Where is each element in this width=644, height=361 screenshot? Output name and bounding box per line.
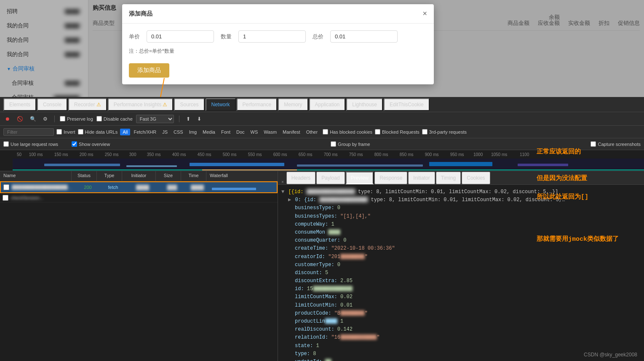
total-price-input[interactable]	[330, 30, 398, 43]
tab-preview[interactable]: Preview	[346, 172, 374, 184]
tab-elements[interactable]: Elements	[3, 98, 36, 111]
json-field-productLin: productLin████ 1	[295, 318, 641, 326]
panels-area: Name Status Type Initiator Size Time Wat…	[0, 171, 644, 361]
devtools-tabs-bar: Elements Console Recorder ⚠ Performance …	[0, 97, 644, 112]
filter-icon[interactable]: ⚙	[41, 115, 49, 123]
preview-panel: × Headers Payload Preview Response Initi…	[278, 171, 644, 361]
json-field-realDiscount: realDiscount: 0.142	[295, 326, 641, 334]
large-rows-checkbox[interactable]: Use large request rows	[3, 141, 58, 147]
filter-wasm[interactable]: Wasm	[261, 129, 279, 135]
preserve-log-checkbox[interactable]: Preserve log	[60, 116, 93, 121]
tab-console[interactable]: Console	[37, 98, 67, 111]
json-field-limitCountMax: limitCountMax: 0.02	[295, 293, 641, 301]
invert-checkbox[interactable]: Invert	[56, 129, 75, 135]
add-product-dialog: 添加商品 × 单价 数量 总价 注：总价=单价*数量 添加商品	[122, 4, 434, 84]
timeline-bar-3	[190, 163, 284, 166]
filter-css[interactable]: CSS	[171, 129, 186, 135]
capture-screenshots-checkbox[interactable]: Capture screenshots	[591, 141, 641, 147]
app-area: 招聘 ████ 我的合同 ████ 我的合同 ████ 我的合同 ████ ▼ …	[0, 0, 644, 97]
timeline-bar-1	[44, 164, 120, 166]
col-type-header: Type	[97, 171, 122, 181]
filter-manifest[interactable]: Manifest	[280, 129, 303, 135]
col-time-header: Time	[181, 171, 206, 181]
timeline-bar-5	[429, 162, 492, 166]
json-field-id: id: 15█████████████	[295, 285, 641, 293]
filter-fetch-xhr[interactable]: Fetch/XHR	[131, 129, 159, 135]
filter-input[interactable]	[3, 128, 54, 136]
throttle-select[interactable]: Fast 3G Slow 3G No throttling	[136, 115, 174, 123]
filter-other[interactable]: Other	[304, 129, 321, 135]
csdn-watermark: CSDN @sky_geek2008	[584, 352, 637, 358]
dialog-close-button[interactable]: ×	[422, 9, 427, 18]
expand-item-0[interactable]: ▶	[288, 197, 291, 203]
disable-cache-checkbox[interactable]: Disable cache	[96, 116, 133, 121]
expand-array[interactable]: ▼	[281, 189, 284, 195]
network-row-selected[interactable]: ████████████████████████████████████████…	[0, 181, 278, 193]
dialog-header: 添加商品 ×	[122, 4, 434, 24]
filter-ws[interactable]: WS	[248, 129, 261, 135]
network-list-header: Name Status Type Initiator Size Time Wat…	[0, 171, 278, 181]
tab-lighthouse[interactable]: Lighthouse	[346, 98, 383, 111]
col-waterfall-header: Waterfall	[206, 171, 278, 181]
annotation-block: 正常应该返回的 但是因为没法配置 所以此处返回为[] 那就需要用jmock类似数…	[537, 185, 619, 209]
json-field-state: state: 1	[295, 342, 641, 350]
separator	[54, 116, 55, 122]
col-name-header: Name	[0, 171, 72, 181]
filter-all[interactable]: All	[120, 129, 130, 135]
quantity-input[interactable]	[238, 30, 306, 43]
tab-headers[interactable]: Headers	[286, 172, 315, 184]
tab-performance-insights[interactable]: Performance Insights ⚠	[108, 98, 174, 111]
row-name-blurred: ████████████████████████████████████████…	[12, 185, 75, 190]
filter-js[interactable]: JS	[160, 129, 170, 135]
devtools-panel: Elements Console Recorder ⚠ Performance …	[0, 97, 644, 361]
json-field-businessTypes: businessTypes: "[1],[4],"	[295, 213, 641, 221]
export-button[interactable]: ⬇	[195, 115, 203, 123]
hide-data-urls-checkbox[interactable]: Hide data URLs	[78, 129, 118, 135]
filter-media[interactable]: Media	[200, 129, 218, 135]
network-row-2[interactable]: checkSession...	[0, 193, 278, 202]
timeline-bar-2	[126, 165, 177, 167]
network-toolbar: ⏺ 🚫 🔍 ⚙ Preserve log Disable cache Fast …	[0, 112, 644, 126]
tab-memory[interactable]: Memory	[278, 98, 308, 111]
preview-close-button[interactable]: ×	[281, 180, 284, 184]
tab-recorder[interactable]: Recorder ⚠	[68, 98, 107, 111]
group-by-frame-checkbox[interactable]: Group by frame	[331, 141, 370, 147]
record-button[interactable]: ⏺	[3, 115, 12, 123]
search-filter-icon[interactable]: 🔍	[28, 115, 38, 123]
tab-application[interactable]: Application	[309, 98, 346, 111]
tab-performance[interactable]: Performance	[237, 98, 278, 111]
blocked-requests-checkbox[interactable]: Blocked Requests	[375, 129, 420, 135]
annotation-text-4: 那就需要用jmock类似数据了	[537, 235, 619, 243]
tab-payload[interactable]: Payload	[316, 172, 345, 184]
quantity-label: 数量	[221, 33, 232, 40]
row-type: fetch	[101, 185, 126, 190]
row2-checkbox[interactable]	[3, 195, 8, 201]
json-field-productCode: productCode: "B████████"	[295, 310, 641, 318]
tab-editthiscookie[interactable]: EditThisCookie	[384, 98, 430, 111]
separator2	[179, 116, 179, 122]
import-button[interactable]: ⬆	[184, 115, 192, 123]
tab-sources[interactable]: Sources	[174, 98, 204, 111]
tab-timing[interactable]: Timing	[436, 172, 461, 184]
show-overview-checkbox[interactable]: Show overview	[72, 141, 110, 147]
filter-doc[interactable]: Doc	[234, 129, 247, 135]
filter-font[interactable]: Font	[219, 129, 233, 135]
blocked-cookies-checkbox[interactable]: Has blocked cookies	[323, 129, 372, 135]
row-checkbox[interactable]	[3, 184, 9, 190]
tab-network[interactable]: Network	[206, 98, 236, 111]
clear-button[interactable]: 🚫	[15, 115, 25, 123]
json-field-createTime: createTime: "2022-10-18 00:36:36"	[295, 245, 641, 253]
filter-img[interactable]: Img	[187, 129, 199, 135]
unit-price-input[interactable]	[147, 30, 214, 43]
json-field-customerType: customerType: 0	[295, 261, 641, 269]
tab-initiator[interactable]: Initiator	[408, 172, 435, 184]
third-party-checkbox[interactable]: 3rd-party requests	[422, 129, 467, 135]
form-note: 注：总价=单价*数量	[129, 48, 427, 55]
row-size: ███	[160, 185, 185, 190]
filter-types: All Fetch/XHR JS CSS Img Media Font Doc …	[120, 129, 320, 135]
json-field-discountExtra: discountExtra: 2.85	[295, 277, 641, 285]
tab-response[interactable]: Response	[374, 172, 407, 184]
timeline-bar-4	[297, 164, 423, 167]
tab-cookies[interactable]: Cookies	[462, 172, 490, 184]
add-product-button[interactable]: 添加商品	[129, 63, 169, 78]
